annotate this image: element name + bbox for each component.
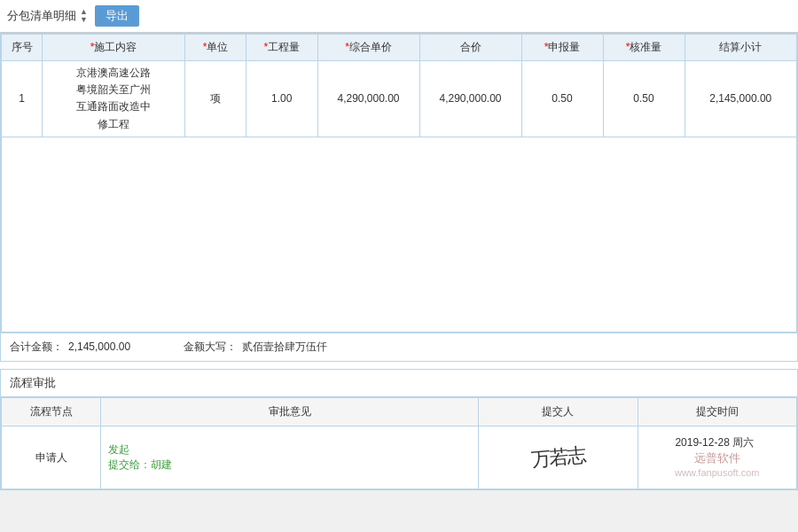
approval-node: 申请人 [2, 426, 101, 489]
cell-uprice: 4,290,000.00 [317, 61, 419, 137]
table-row: 1 京港澳高速公路粤境韶关至广州互通路面改造中修工程 项 1.00 4,290,… [2, 61, 797, 137]
approval-table: 流程节点 审批意见 提交人 提交时间 申请人 发起 提交给：胡建 万若志 [1, 397, 797, 490]
opinion-line2: 提交给：胡建 [108, 458, 471, 473]
amount-value: 贰佰壹拾肆万伍仟 [242, 340, 788, 355]
cell-content: 京港澳高速公路粤境韶关至广州互通路面改造中修工程 [43, 61, 185, 137]
th-unit: *单位 [185, 35, 246, 61]
watermark-url: www.fanpusoft.com [645, 466, 789, 480]
toolbar-title: 分包清单明细 ▲ ▼ [7, 8, 88, 24]
footer-row: 合计金额： 2,145,000.00 金额大写： 贰佰壹拾肆万伍仟 [0, 333, 798, 362]
cell-seq: 1 [2, 61, 43, 137]
watermark-logo: 远普软件 www.fanpusoft.com [645, 450, 789, 481]
approval-opinion: 发起 提交给：胡建 [101, 426, 479, 489]
main-container: 分包清单明细 ▲ ▼ 导出 序号 *施工内容 *单位 *工程量 *综合单价 合价… [0, 0, 798, 490]
th-content: *施工内容 [43, 35, 185, 61]
total-label: 合计金额： [10, 340, 63, 355]
th-subtotal: 结算小计 [685, 35, 797, 61]
approval-section: 流程审批 流程节点 审批意见 提交人 提交时间 申请人 发起 提交给：胡建 [0, 369, 798, 491]
cell-subtotal: 2,145,000.00 [685, 61, 797, 137]
watermark-company: 远普软件 [645, 450, 789, 466]
cell-applied: 0.50 [521, 61, 603, 137]
approval-time: 2019-12-28 周六 远普软件 www.fanpusoft.com [638, 426, 796, 489]
approval-submitter: 万若志 [479, 426, 638, 489]
toolbar-title-text: 分包清单明细 [7, 8, 76, 24]
main-table: 序号 *施工内容 *单位 *工程量 *综合单价 合价 *申报量 *核准量 结算小… [1, 34, 797, 332]
export-button[interactable]: 导出 [95, 5, 139, 27]
submit-time-text: 2019-12-28 周六 [675, 435, 754, 450]
total-value: 2,145,000.00 [68, 340, 157, 353]
approval-title: 流程审批 [1, 370, 797, 397]
th-uprice: *综合单价 [317, 35, 419, 61]
signature: 万若志 [530, 442, 585, 473]
th-total: 合价 [419, 35, 521, 61]
table-section: 序号 *施工内容 *单位 *工程量 *综合单价 合价 *申报量 *核准量 结算小… [0, 33, 798, 333]
approval-header-row: 流程节点 审批意见 提交人 提交时间 [2, 397, 797, 426]
th-approved: *核准量 [603, 35, 685, 61]
cell-approved: 0.50 [603, 61, 685, 137]
th-time: 提交时间 [638, 397, 796, 426]
th-applied: *申报量 [521, 35, 603, 61]
cell-total: 4,290,000.00 [419, 61, 521, 137]
th-node: 流程节点 [2, 397, 101, 426]
th-submitter: 提交人 [479, 397, 638, 426]
opinion-line1: 发起 [108, 442, 471, 458]
th-qty: *工程量 [246, 35, 318, 61]
th-opinion: 审批意见 [101, 397, 479, 426]
amount-label: 金额大写： [184, 340, 237, 355]
approval-row: 申请人 发起 提交给：胡建 万若志 2019-12-28 周六 远普软件 www… [2, 426, 797, 489]
cell-qty: 1.00 [246, 61, 318, 137]
table-header-row: 序号 *施工内容 *单位 *工程量 *综合单价 合价 *申报量 *核准量 结算小… [2, 35, 797, 61]
cell-unit: 项 [185, 61, 246, 137]
th-seq: 序号 [2, 35, 43, 61]
sort-arrows-icon[interactable]: ▲ ▼ [80, 8, 88, 24]
empty-row [2, 137, 797, 332]
toolbar: 分包清单明细 ▲ ▼ 导出 [0, 0, 798, 33]
